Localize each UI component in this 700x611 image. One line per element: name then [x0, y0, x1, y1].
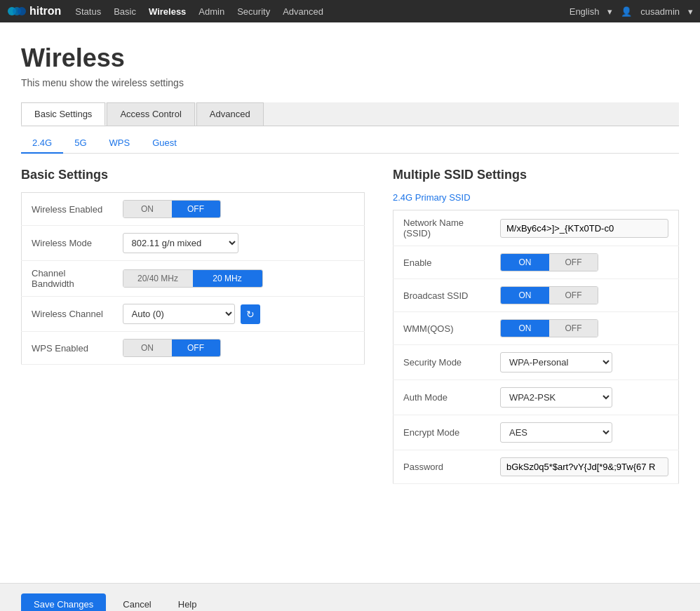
- brand-name: hitron: [29, 5, 61, 18]
- page-subtitle: This menu show the wireless settings: [21, 77, 679, 88]
- sub-tab-2-4g[interactable]: 2.4G: [21, 133, 63, 154]
- user-icon: 👤: [621, 6, 632, 17]
- language-selector[interactable]: English: [570, 6, 600, 17]
- enable-toggle[interactable]: ON OFF: [500, 253, 598, 271]
- enable-on-btn[interactable]: ON: [501, 254, 549, 271]
- hitron-logo-icon: [7, 4, 27, 19]
- nav-basic[interactable]: Basic: [114, 6, 136, 17]
- wps-on-btn[interactable]: ON: [123, 340, 172, 356]
- wps-enabled-toggle[interactable]: ON OFF: [123, 339, 221, 357]
- wireless-enabled-on[interactable]: ON: [123, 201, 172, 217]
- nav-links: Status Basic Wireless Admin Security Adv…: [75, 6, 569, 17]
- wmm-label: WMM(QOS): [393, 312, 491, 345]
- channel-bandwidth-label: Channel Bandwidth: [22, 261, 120, 297]
- auth-mode-select[interactable]: WPA2-PSK WPA-PSK WPA/WPA2-PSK: [500, 387, 612, 408]
- basic-settings-table: Wireless Enabled ON OFF Wireless Mode: [21, 192, 365, 365]
- password-row: Password: [393, 450, 679, 484]
- encrypt-mode-row: Encrypt Mode AES TKIP AES+TKIP: [393, 415, 679, 450]
- wireless-channel-container: Auto (0) 1 2 3 6 11 ↻: [123, 304, 355, 324]
- encrypt-mode-label: Encrypt Mode: [393, 415, 491, 450]
- sub-tab-bar: 2.4G 5G WPS Guest: [21, 133, 679, 154]
- broadcast-ssid-label: Broadcast SSID: [393, 279, 491, 312]
- sub-tab-wps[interactable]: WPS: [98, 133, 142, 154]
- user-menu[interactable]: cusadmin: [640, 6, 680, 17]
- nav-wireless[interactable]: Wireless: [149, 6, 186, 17]
- wmm-toggle[interactable]: ON OFF: [500, 319, 598, 337]
- wireless-enabled-label: Wireless Enabled: [22, 193, 120, 226]
- wmm-row: WMM(QOS) ON OFF: [393, 312, 679, 345]
- cancel-button[interactable]: Cancel: [113, 593, 161, 611]
- tab-basic-settings[interactable]: Basic Settings: [21, 102, 105, 126]
- nav-security[interactable]: Security: [237, 6, 270, 17]
- wireless-mode-row: Wireless Mode 802.11 g/n mixed 802.11 b/…: [22, 226, 365, 261]
- ssid-settings-title: Multiple SSID Settings: [393, 168, 679, 182]
- network-name-input[interactable]: [500, 219, 668, 238]
- auth-mode-row: Auth Mode WPA2-PSK WPA-PSK WPA/WPA2-PSK: [393, 380, 679, 415]
- footer-bar: Save Changes Cancel Help: [0, 583, 700, 611]
- bw-20-40-btn[interactable]: 20/40 MHz: [123, 270, 193, 287]
- wps-enabled-label: WPS Enabled: [22, 332, 120, 365]
- wps-enabled-row: WPS Enabled ON OFF: [22, 332, 365, 365]
- logo-area: hitron: [7, 4, 61, 19]
- help-button[interactable]: Help: [168, 593, 207, 611]
- nav-advanced[interactable]: Advanced: [283, 6, 323, 17]
- broadcast-off-btn[interactable]: OFF: [549, 287, 598, 304]
- sub-tab-5g[interactable]: 5G: [63, 133, 97, 154]
- save-changes-button[interactable]: Save Changes: [21, 593, 106, 611]
- page-content: Wireless This menu show the wireless set…: [0, 22, 700, 583]
- encrypt-mode-select[interactable]: AES TKIP AES+TKIP: [500, 422, 612, 443]
- auth-mode-label: Auth Mode: [393, 380, 491, 415]
- password-input[interactable]: [500, 457, 668, 476]
- nav-admin[interactable]: Admin: [198, 6, 224, 17]
- security-mode-label: Security Mode: [393, 345, 491, 380]
- sub-tab-guest[interactable]: Guest: [141, 133, 188, 154]
- security-mode-row: Security Mode WPA-Personal WPA2-Personal…: [393, 345, 679, 380]
- main-tab-bar: Basic Settings Access Control Advanced: [21, 102, 679, 126]
- tab-access-control[interactable]: Access Control: [107, 102, 194, 126]
- wireless-channel-row: Wireless Channel Auto (0) 1 2 3 6: [22, 297, 365, 332]
- svg-point-2: [18, 7, 26, 15]
- main-columns: Basic Settings Wireless Enabled ON OFF: [21, 168, 679, 484]
- wireless-channel-select[interactable]: Auto (0) 1 2 3 6 11: [123, 304, 235, 324]
- channel-bandwidth-toggle[interactable]: 20/40 MHz 20 MHz: [123, 269, 263, 288]
- broadcast-ssid-toggle[interactable]: ON OFF: [500, 286, 598, 304]
- basic-settings-title: Basic Settings: [21, 168, 365, 182]
- nav-right: English ▾ 👤 cusadmin ▾: [570, 6, 693, 17]
- right-column: Multiple SSID Settings 2.4G Primary SSID…: [393, 168, 679, 484]
- wireless-channel-label: Wireless Channel: [22, 297, 120, 332]
- wmm-on-btn[interactable]: ON: [501, 320, 549, 337]
- wps-off-btn[interactable]: OFF: [172, 340, 220, 356]
- network-name-row: Network Name (SSID): [393, 210, 679, 246]
- enable-row: Enable ON OFF: [393, 246, 679, 279]
- broadcast-on-btn[interactable]: ON: [501, 287, 549, 304]
- enable-label: Enable: [393, 246, 491, 279]
- password-label: Password: [393, 450, 491, 484]
- nav-status[interactable]: Status: [75, 6, 101, 17]
- channel-refresh-button[interactable]: ↻: [241, 304, 260, 324]
- ssid-primary-link[interactable]: 2.4G Primary SSID: [393, 192, 679, 203]
- wmm-off-btn[interactable]: OFF: [549, 320, 598, 337]
- left-column: Basic Settings Wireless Enabled ON OFF: [21, 168, 365, 365]
- wireless-enabled-toggle[interactable]: ON OFF: [123, 200, 221, 218]
- ssid-settings-table: Network Name (SSID) Enable ON OF: [393, 210, 679, 484]
- page-title: Wireless: [21, 43, 679, 73]
- tab-advanced[interactable]: Advanced: [196, 102, 264, 126]
- broadcast-ssid-row: Broadcast SSID ON OFF: [393, 279, 679, 312]
- wireless-enabled-off[interactable]: OFF: [172, 201, 220, 217]
- wireless-mode-select[interactable]: 802.11 g/n mixed 802.11 b/g/n mixed 802.…: [123, 233, 238, 253]
- security-mode-select[interactable]: WPA-Personal WPA2-Personal WEP None: [500, 352, 612, 372]
- wireless-enabled-row: Wireless Enabled ON OFF: [22, 193, 365, 226]
- top-nav: hitron Status Basic Wireless Admin Secur…: [0, 0, 700, 22]
- channel-bandwidth-row: Channel Bandwidth 20/40 MHz 20 MHz: [22, 261, 365, 297]
- network-name-label: Network Name (SSID): [393, 210, 491, 246]
- wireless-mode-label: Wireless Mode: [22, 226, 120, 261]
- enable-off-btn[interactable]: OFF: [549, 254, 598, 271]
- bw-20-btn[interactable]: 20 MHz: [193, 270, 262, 287]
